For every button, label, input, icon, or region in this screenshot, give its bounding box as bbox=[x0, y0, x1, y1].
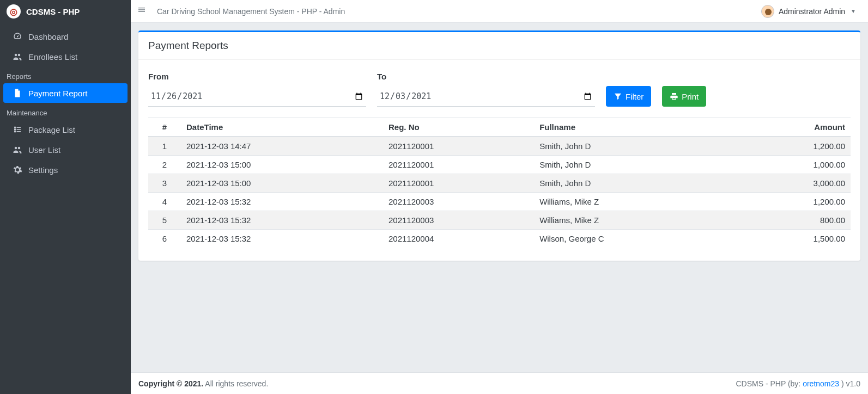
table-row: 52021-12-03 15:322021120003Williams, Mik… bbox=[148, 211, 851, 230]
table-header-row: # DateTime Reg. No Fullname Amount bbox=[148, 118, 851, 137]
table-row: 62021-12-03 15:322021120004Wilson, Georg… bbox=[148, 230, 851, 248]
table-row: 22021-12-03 15:002021120001Smith, John D… bbox=[148, 156, 851, 174]
cell-fullname: Williams, Mike Z bbox=[534, 193, 736, 211]
filter-icon bbox=[614, 92, 622, 101]
cell-num: 1 bbox=[148, 137, 181, 156]
cell-regno: 2021120003 bbox=[383, 193, 534, 211]
sidebar-item-payment-report[interactable]: Payment Report bbox=[3, 83, 128, 103]
bars-icon bbox=[137, 5, 146, 14]
cell-datetime: 2021-12-03 15:32 bbox=[181, 211, 383, 230]
footer-version: CDSMS - PHP (by: oretnom23 ) v1.0 bbox=[736, 379, 861, 388]
cell-fullname: Smith, John D bbox=[534, 137, 736, 156]
th-fullname: Fullname bbox=[534, 118, 736, 137]
footer-copyright-rest: All rights reserved. bbox=[203, 379, 268, 388]
cell-fullname: Wilson, George C bbox=[534, 230, 736, 248]
sidebar-item-label: Enrollees List bbox=[28, 52, 77, 61]
sidebar-item-package-list[interactable]: Package List bbox=[3, 120, 128, 139]
cell-regno: 2021120004 bbox=[383, 230, 534, 248]
sidebar-item-label: User List bbox=[28, 145, 60, 155]
cell-amount: 800.00 bbox=[736, 211, 851, 230]
from-date-input[interactable] bbox=[148, 87, 366, 107]
cell-regno: 2021120003 bbox=[383, 211, 534, 230]
th-datetime: DateTime bbox=[181, 118, 383, 137]
filter-button[interactable]: Filter bbox=[606, 86, 651, 107]
cell-num: 3 bbox=[148, 174, 181, 193]
th-num: # bbox=[148, 118, 181, 137]
footer-right-prefix: CDSMS - PHP (by: bbox=[736, 379, 803, 388]
cell-num: 4 bbox=[148, 193, 181, 211]
cell-amount: 1,200.00 bbox=[736, 193, 851, 211]
sidebar-section-reports: Reports bbox=[0, 67, 131, 83]
th-amount: Amount bbox=[736, 118, 851, 137]
cell-amount: 1,200.00 bbox=[736, 137, 851, 156]
filter-row: From To Filter Print bbox=[148, 65, 851, 111]
cell-regno: 2021120001 bbox=[383, 174, 534, 193]
footer-copyright-bold: Copyright © 2021. bbox=[138, 379, 203, 388]
payments-table: # DateTime Reg. No Fullname Amount 12021… bbox=[148, 118, 851, 248]
sidebar-item-label: Payment Report bbox=[28, 89, 87, 98]
sidebar-item-label: Package List bbox=[28, 125, 75, 134]
cell-amount: 1,500.00 bbox=[736, 230, 851, 248]
page-title: Payment Reports bbox=[138, 32, 860, 60]
user-menu[interactable]: Adminstrator Admin ▼ bbox=[761, 5, 856, 18]
sidebar-item-enrollees[interactable]: Enrollees List bbox=[3, 47, 128, 66]
sidebar-item-dashboard[interactable]: Dashboard bbox=[3, 27, 128, 46]
sidebar-item-user-list[interactable]: User List bbox=[3, 140, 128, 159]
cell-amount: 1,000.00 bbox=[736, 156, 851, 174]
gear-icon bbox=[11, 165, 24, 175]
tachometer-icon bbox=[11, 32, 24, 41]
sidebar-nav: Dashboard Enrollees List Reports Payment… bbox=[0, 23, 131, 180]
cell-datetime: 2021-12-03 15:00 bbox=[181, 156, 383, 174]
cell-num: 5 bbox=[148, 211, 181, 230]
cell-datetime: 2021-12-03 15:00 bbox=[181, 174, 383, 193]
sidebar: ◎ CDSMS - PHP Dashboard Enrollees List R… bbox=[0, 0, 131, 394]
sidebar-item-label: Dashboard bbox=[28, 32, 68, 41]
to-date-input[interactable] bbox=[377, 87, 595, 107]
th-regno: Reg. No bbox=[383, 118, 534, 137]
card-payment-reports: Payment Reports From To Filter Print bbox=[138, 30, 860, 261]
table-row: 12021-12-03 14:472021120001Smith, John D… bbox=[148, 137, 851, 156]
cell-datetime: 2021-12-03 15:32 bbox=[181, 193, 383, 211]
table-row: 32021-12-03 15:002021120001Smith, John D… bbox=[148, 174, 851, 193]
cell-fullname: Smith, John D bbox=[534, 156, 736, 174]
brand-logo-icon: ◎ bbox=[7, 4, 21, 19]
cell-datetime: 2021-12-03 14:47 bbox=[181, 137, 383, 156]
list-icon bbox=[11, 125, 24, 134]
filter-button-label: Filter bbox=[626, 92, 644, 101]
cell-amount: 3,000.00 bbox=[736, 174, 851, 193]
cell-num: 2 bbox=[148, 156, 181, 174]
brand[interactable]: ◎ CDSMS - PHP bbox=[0, 0, 131, 23]
footer-right-suffix: ) v1.0 bbox=[839, 379, 860, 388]
sidebar-item-label: Settings bbox=[28, 165, 58, 175]
cell-regno: 2021120001 bbox=[383, 137, 534, 156]
cell-datetime: 2021-12-03 15:32 bbox=[181, 230, 383, 248]
topbar: Car Driving School Management System - P… bbox=[131, 0, 868, 23]
users-icon bbox=[11, 52, 24, 61]
to-label: To bbox=[377, 72, 595, 81]
table-row: 42021-12-03 15:322021120003Williams, Mik… bbox=[148, 193, 851, 211]
brand-name: CDSMS - PHP bbox=[26, 7, 80, 16]
topbar-title: Car Driving School Management System - P… bbox=[157, 7, 345, 16]
users-cog-icon bbox=[11, 145, 24, 155]
sidebar-section-maintenance: Maintenance bbox=[0, 103, 131, 119]
from-label: From bbox=[148, 72, 366, 81]
caret-down-icon: ▼ bbox=[851, 8, 856, 14]
content: Payment Reports From To Filter Print bbox=[131, 23, 868, 372]
footer-copyright: Copyright © 2021. All rights reserved. bbox=[138, 379, 268, 388]
footer: Copyright © 2021. All rights reserved. C… bbox=[131, 372, 868, 394]
cell-regno: 2021120001 bbox=[383, 156, 534, 174]
cell-num: 6 bbox=[148, 230, 181, 248]
to-group: To bbox=[377, 72, 595, 107]
cell-fullname: Williams, Mike Z bbox=[534, 211, 736, 230]
from-group: From bbox=[148, 72, 366, 107]
footer-author-link[interactable]: oretnom23 bbox=[803, 379, 839, 388]
sidebar-item-settings[interactable]: Settings bbox=[3, 160, 128, 180]
cell-fullname: Smith, John D bbox=[534, 174, 736, 193]
print-icon bbox=[670, 92, 678, 101]
print-button[interactable]: Print bbox=[662, 86, 706, 107]
user-name: Adminstrator Admin bbox=[779, 7, 845, 16]
file-icon bbox=[11, 88, 24, 98]
avatar-icon bbox=[761, 5, 774, 18]
print-button-label: Print bbox=[682, 92, 699, 101]
sidebar-toggle-button[interactable] bbox=[137, 5, 146, 17]
